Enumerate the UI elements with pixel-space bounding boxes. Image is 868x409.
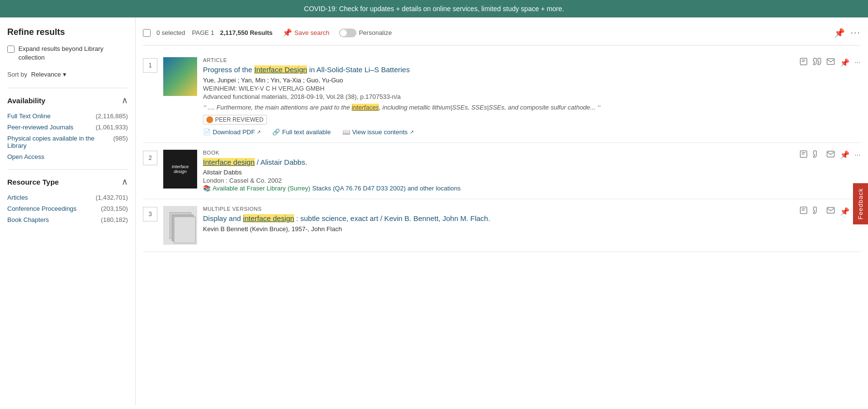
filter-full-text-online[interactable]: Full Text Online (2,116,885): [7, 110, 128, 122]
snippet-highlight-1: interfaces: [352, 104, 379, 111]
quote-icon-3[interactable]: [813, 206, 822, 217]
item-icons-3: 📌 ···: [799, 206, 861, 217]
cite-icon-1[interactable]: [799, 57, 808, 68]
filter-peer-reviewed-label: Peer-reviewed Journals: [7, 124, 74, 131]
expand-checkbox[interactable]: [7, 46, 15, 53]
result-type-2: BOOK: [203, 150, 861, 156]
filter-full-text-online-label: Full Text Online: [7, 112, 50, 120]
sort-by-chevron-icon: ▾: [63, 71, 66, 78]
resource-type-filters: Articles (1,432,701) Conference Proceedi…: [7, 192, 128, 225]
pin-icon-2[interactable]: 📌: [840, 150, 850, 159]
divider-availability: [7, 88, 128, 88]
result-number-1: 1: [143, 58, 157, 73]
personalize-toggle-icon: [339, 29, 356, 37]
expand-label[interactable]: Expand results beyond Library collection: [18, 45, 128, 62]
personalize-button[interactable]: Personalize: [339, 29, 392, 37]
filter-book-chapters-count: (180,182): [101, 216, 128, 223]
availability-text-2: Available at Fraser Library (Surrey): [213, 185, 310, 192]
download-pdf-link-1[interactable]: 📄 Download PDF ↗: [203, 128, 261, 136]
result-item-3: 3 MULTIPLE VERSIONS Display and interfac…: [143, 199, 861, 252]
open-quote: ": [203, 104, 206, 113]
resource-type-collapse-icon[interactable]: ∧: [122, 176, 128, 187]
email-icon-3[interactable]: [826, 206, 835, 217]
toolbar-pin-icon[interactable]: 📌: [834, 28, 845, 38]
filter-physical-copies[interactable]: Physical copies available in the Library…: [7, 133, 128, 151]
select-all-checkbox[interactable]: [143, 29, 151, 37]
result-title-2[interactable]: Interface design / Alistair Dabbs.: [203, 158, 307, 166]
external-link-icon-1b: ↗: [410, 129, 414, 135]
result-snippet-1: " .... Furthermore, the main attentions …: [203, 103, 861, 112]
view-issue-label-1: View issue contents: [352, 128, 408, 136]
peer-reviewed-badge-1: PEER REVIEWED: [203, 115, 267, 125]
pdf-icon-1: 📄: [203, 128, 211, 136]
title-highlight-2: Interface design: [203, 158, 255, 166]
book-icon-1: 📖: [342, 128, 350, 136]
more-icon-2[interactable]: ···: [854, 151, 861, 159]
close-quote: ": [597, 104, 600, 113]
link-icon-1: 🔗: [272, 128, 280, 136]
result-type-3: MULTIPLE VERSIONS: [203, 206, 861, 212]
result-number-2: 2: [143, 151, 157, 165]
resource-type-title: Resource Type: [7, 178, 59, 186]
sort-by-value: Relevance: [31, 71, 61, 78]
expand-option: Expand results beyond Library collection: [7, 45, 128, 62]
email-icon-1[interactable]: [826, 57, 835, 68]
filter-book-chapters[interactable]: Book Chapters (180,182): [7, 214, 128, 225]
filter-peer-reviewed[interactable]: Peer-reviewed Journals (1,061,933): [7, 122, 128, 133]
quote-icon-1[interactable]: [813, 57, 822, 68]
filter-articles-count: (1,432,701): [96, 194, 128, 201]
filter-physical-copies-label: Physical copies available in the Library: [7, 135, 110, 149]
availability-2: 📚 Available at Fraser Library (Surrey) S…: [203, 184, 861, 192]
result-title-1[interactable]: Progress of the Interface Design in All-…: [203, 65, 410, 74]
results-count: 2,117,550 Results: [220, 29, 272, 36]
full-text-link-1[interactable]: 🔗 Full text available: [272, 128, 330, 136]
page-info: PAGE 1: [192, 29, 214, 36]
sort-by-label: Sort by: [7, 71, 27, 78]
result-authors-3: Kevin B Bennett (Kevin Bruce), 1957-, Jo…: [203, 225, 861, 233]
filter-physical-copies-count: (985): [113, 135, 128, 149]
more-icon-1[interactable]: ···: [854, 58, 861, 67]
availability-title: Availability: [7, 96, 46, 105]
pin-icon-1[interactable]: 📌: [840, 58, 850, 67]
pin-icon-3[interactable]: 📌: [840, 207, 850, 216]
filter-conference-proceedings-label: Conference Proceedings: [7, 205, 77, 212]
cite-icon-2[interactable]: [799, 150, 808, 160]
filter-book-chapters-label: Book Chapters: [7, 216, 49, 223]
filter-conference-proceedings[interactable]: Conference Proceedings (203,150): [7, 203, 128, 214]
view-issue-link-1[interactable]: 📖 View issue contents ↗: [342, 128, 414, 136]
resource-type-section-header[interactable]: Resource Type ∧: [7, 176, 128, 187]
pin-icon: 📌: [282, 28, 292, 37]
filter-full-text-online-count: (2,116,885): [96, 112, 128, 120]
filter-articles-label: Articles: [7, 194, 28, 201]
sort-by-select[interactable]: Relevance ▾: [31, 71, 66, 78]
save-search-button[interactable]: 📌 Save search: [279, 26, 333, 39]
availability-location-2: Stacks (QA 76.76 D47 D33 2002) and other…: [312, 185, 461, 192]
save-search-label: Save search: [294, 29, 329, 36]
title-highlight-1: Interface Design: [254, 65, 307, 74]
filter-articles[interactable]: Articles (1,432,701): [7, 192, 128, 203]
cite-icon-3[interactable]: [799, 206, 808, 217]
quote-icon-2[interactable]: [813, 150, 822, 160]
toolbar: 0 selected PAGE 1 2,117,550 Results 📌 Sa…: [143, 22, 861, 46]
personalize-label: Personalize: [359, 29, 392, 36]
sidebar: Refine results Expand results beyond Lib…: [0, 17, 136, 405]
filter-peer-reviewed-count: (1,061,933): [96, 124, 128, 131]
sort-by-row: Sort by Relevance ▾: [7, 71, 128, 78]
download-pdf-label-1: Download PDF: [213, 128, 255, 136]
feedback-button[interactable]: Feedback: [853, 183, 868, 224]
toolbar-more-icon[interactable]: ···: [851, 28, 861, 38]
result-body-2: BOOK Interface design / Alistair Dabbs. …: [203, 150, 861, 192]
banner-text: COVID-19: Check for updates + details on…: [304, 5, 564, 13]
filter-open-access-label: Open Access: [7, 153, 45, 160]
filter-conference-proceedings-count: (203,150): [101, 205, 128, 212]
item-icons-1: 📌 ···: [799, 57, 861, 68]
result-title-3[interactable]: Display and interface design : subtle sc…: [203, 214, 490, 222]
filter-open-access[interactable]: Open Access: [7, 151, 128, 162]
external-link-icon-1: ↗: [257, 129, 261, 135]
email-icon-2[interactable]: [826, 150, 835, 160]
availability-section-header[interactable]: Availability ∧: [7, 95, 128, 106]
available-label-2: 📚: [203, 185, 213, 192]
result-publisher-2: London : Cassel & Co. 2002: [203, 177, 861, 184]
availability-collapse-icon[interactable]: ∧: [122, 95, 128, 106]
peer-reviewed-icon: [206, 116, 213, 123]
